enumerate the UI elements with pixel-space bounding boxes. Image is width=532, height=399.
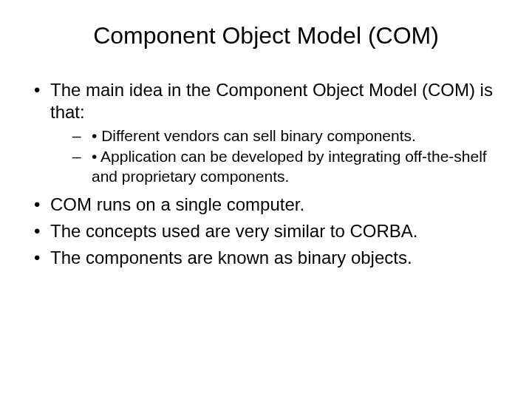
bullet-text: • Different vendors can sell binary comp… xyxy=(92,127,416,144)
bullet-text: The main idea in the Component Object Mo… xyxy=(50,80,493,122)
bullet-text: The concepts used are very similar to CO… xyxy=(50,221,418,241)
slide-title: Component Object Model (COM) xyxy=(30,22,502,50)
list-item: The concepts used are very similar to CO… xyxy=(30,220,502,242)
bullet-list: The main idea in the Component Object Mo… xyxy=(30,79,502,269)
list-item: • Different vendors can sell binary comp… xyxy=(50,126,502,146)
sub-bullet-list: • Different vendors can sell binary comp… xyxy=(50,126,502,186)
list-item: • Application can be developed by integr… xyxy=(50,147,502,186)
slide: Component Object Model (COM) The main id… xyxy=(0,0,532,399)
list-item: The main idea in the Component Object Mo… xyxy=(30,79,502,186)
list-item: COM runs on a single computer. xyxy=(30,194,502,216)
bullet-text: The components are known as binary objec… xyxy=(50,248,412,267)
list-item: The components are known as binary objec… xyxy=(30,247,502,269)
bullet-text: COM runs on a single computer. xyxy=(50,194,304,214)
bullet-text: • Application can be developed by integr… xyxy=(92,148,487,184)
